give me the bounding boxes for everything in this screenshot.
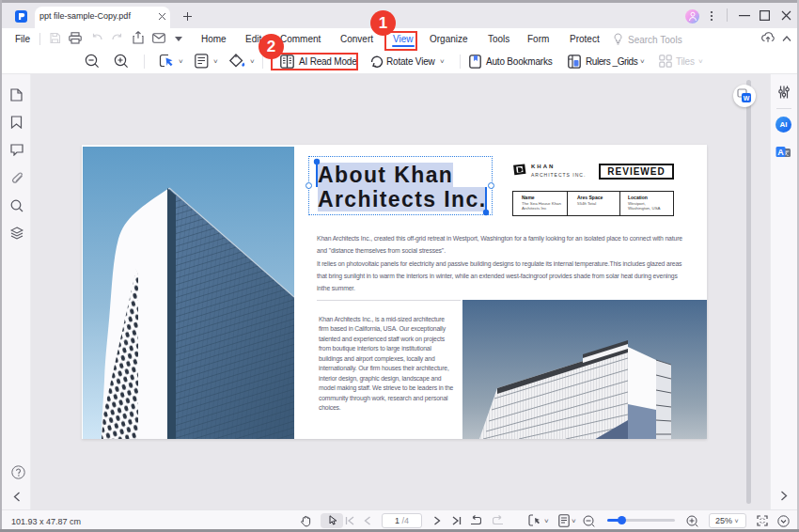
svg-text:W: W <box>744 95 750 102</box>
svg-text:A: A <box>777 148 784 157</box>
